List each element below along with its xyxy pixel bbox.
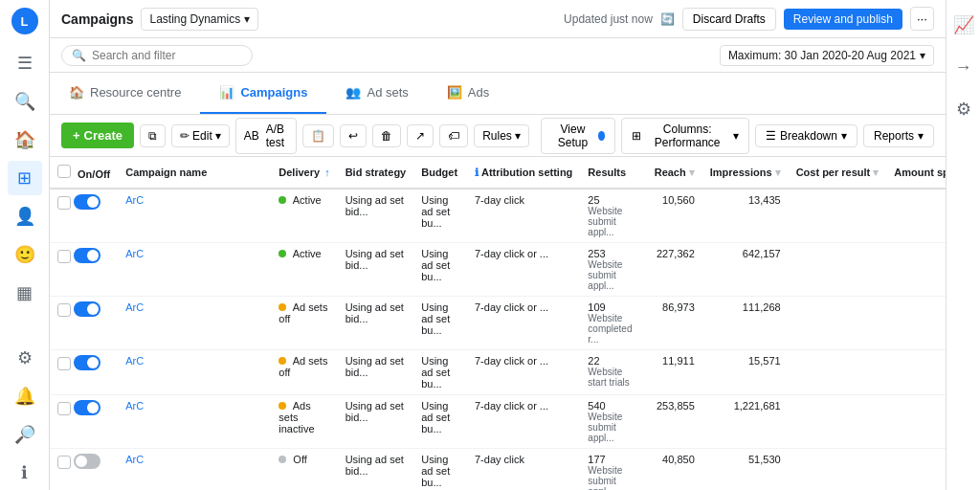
cell-budget: Using ad set bu...: [413, 243, 467, 297]
col-header-impressions[interactable]: Impressions ▾: [702, 157, 789, 189]
col-header-bid[interactable]: Bid strategy: [338, 157, 414, 189]
campaign-name-link[interactable]: ArC: [125, 248, 144, 259]
campaign-toggle[interactable]: [74, 355, 100, 370]
info-icon[interactable]: ℹ: [475, 167, 479, 179]
col-header-results[interactable]: Results: [580, 157, 646, 189]
select-all-checkbox[interactable]: [57, 165, 71, 178]
cell-results: 109 Website completed r...: [580, 297, 646, 350]
copy-button[interactable]: 📋: [302, 124, 334, 147]
review-publish-button[interactable]: Review and publish: [784, 9, 902, 30]
settings-icon[interactable]: ⚙: [8, 341, 42, 375]
cell-reach: 10,560: [647, 189, 702, 243]
campaign-toggle[interactable]: [74, 400, 100, 415]
cell-budget: Using ad set bu...: [413, 350, 467, 395]
cell-bid: Using ad set bid...: [338, 449, 414, 491]
campaign-toggle[interactable]: [74, 301, 100, 317]
right-sidebar: 📈 → ⚙: [946, 0, 980, 490]
campaign-name-link[interactable]: ArC: [125, 400, 144, 412]
cell-name[interactable]: ArC: [118, 350, 271, 395]
create-button[interactable]: + Create: [61, 122, 134, 148]
delete-button[interactable]: 🗑: [372, 124, 401, 147]
breakdown-icon: ☰: [766, 129, 776, 143]
campaign-name-link[interactable]: ArC: [125, 301, 144, 313]
cell-cpr: [789, 297, 887, 350]
export-button[interactable]: ↗: [407, 124, 434, 147]
ab-test-button[interactable]: AB A/B test: [235, 118, 297, 154]
campaign-name-link[interactable]: ArC: [125, 355, 144, 367]
duplicate-button[interactable]: ⧉: [140, 124, 166, 147]
campaign-name-link[interactable]: ArC: [125, 194, 144, 206]
grid-icon[interactable]: ⊞: [8, 161, 42, 195]
col-header-cpr[interactable]: Cost per result ▾: [789, 157, 887, 189]
grid2-icon[interactable]: ▦: [8, 276, 42, 310]
campaign-name-link[interactable]: ArC: [125, 454, 144, 465]
discard-drafts-button[interactable]: Discard Drafts: [682, 8, 776, 31]
col-header-name[interactable]: Campaign name: [118, 157, 271, 189]
view-setup-button[interactable]: View Setup: [541, 118, 616, 154]
refresh-icon[interactable]: 🔄: [660, 12, 675, 26]
col-header-reach[interactable]: Reach ▾: [647, 157, 702, 189]
avatar[interactable]: L: [11, 8, 38, 34]
cell-name[interactable]: ArC: [118, 449, 271, 491]
cell-name[interactable]: ArC: [118, 189, 271, 243]
table-row: ArC Active Using ad set bid... Using ad …: [50, 243, 946, 297]
campaign-toggle[interactable]: [74, 248, 100, 263]
result-label: Website submit appl...: [588, 259, 638, 291]
row-checkbox[interactable]: [57, 357, 71, 370]
reports-button[interactable]: Reports ▾: [863, 124, 934, 147]
search-wrap: 🔍: [61, 45, 253, 66]
nav-tabs: 🏠 Resource centre 📊 Campaigns 👥 Ad sets …: [50, 73, 946, 115]
person-icon[interactable]: 👤: [8, 199, 42, 234]
account-selector[interactable]: Lasting Dynamics ▾: [141, 8, 258, 31]
col-header-attr[interactable]: ℹ Attribution setting: [467, 157, 580, 189]
cell-amount: [886, 189, 946, 243]
columns-button[interactable]: ⊞ Columns: Performance ▾: [621, 118, 748, 154]
smiley-icon[interactable]: 🙂: [8, 237, 42, 272]
search-icon[interactable]: 🔍: [8, 84, 42, 119]
toolbar: + Create ⧉ ✏ Edit ▾ AB A/B test 📋 ↩ 🗑 ↗ …: [50, 115, 946, 157]
cell-toggle: [50, 243, 118, 297]
menu-icon[interactable]: ☰: [8, 46, 42, 80]
tab-resource-centre[interactable]: 🏠 Resource centre: [50, 73, 200, 114]
tab-campaigns[interactable]: 📊 Campaigns: [200, 73, 326, 114]
arrow-icon[interactable]: →: [947, 50, 981, 84]
edit-button[interactable]: ✏ Edit ▾: [171, 124, 230, 147]
more-options-button[interactable]: ···: [910, 7, 934, 31]
settings2-icon[interactable]: ⚙: [947, 92, 981, 126]
cell-name[interactable]: ArC: [118, 395, 271, 449]
cell-name[interactable]: ArC: [118, 297, 271, 350]
campaign-toggle[interactable]: [74, 194, 100, 210]
col-header-delivery[interactable]: Delivery ↑: [271, 157, 337, 189]
cell-delivery: Ad sets off: [271, 297, 337, 350]
undo-button[interactable]: ↩: [340, 124, 367, 147]
rules-button[interactable]: Rules ▾: [474, 124, 529, 147]
ab-icon: AB: [244, 129, 259, 143]
tab-ads[interactable]: 🖼️ Ads: [428, 73, 508, 114]
table-row: ArC Off Using ad set bid... Using ad set…: [50, 449, 946, 491]
row-checkbox[interactable]: [57, 303, 71, 317]
updated-text: Updated just now: [564, 12, 653, 26]
info-icon[interactable]: ℹ: [8, 456, 42, 490]
account-name: Lasting Dynamics: [149, 12, 240, 26]
home-icon[interactable]: 🏠: [8, 122, 42, 157]
chart-icon[interactable]: 📈: [947, 8, 981, 42]
search2-icon[interactable]: 🔎: [8, 417, 42, 452]
search-input[interactable]: [92, 49, 242, 62]
cell-name[interactable]: ArC: [118, 243, 271, 297]
date-range-selector[interactable]: Maximum: 30 Jan 2020-20 Aug 2021 ▾: [720, 45, 934, 66]
row-checkbox[interactable]: [57, 196, 71, 210]
row-checkbox[interactable]: [57, 456, 71, 469]
result-value: 253: [588, 248, 638, 259]
alert-icon[interactable]: 🔔: [8, 379, 42, 413]
col-header-budget[interactable]: Budget: [413, 157, 467, 189]
cell-bid: Using ad set bid...: [338, 395, 414, 449]
cell-delivery: Ad sets off: [271, 350, 337, 395]
tag-button[interactable]: 🏷: [439, 124, 468, 147]
row-checkbox[interactable]: [57, 402, 71, 415]
breakdown-button[interactable]: ☰ Breakdown ▾: [755, 124, 858, 147]
cell-budget: Using ad set bu...: [413, 395, 467, 449]
row-checkbox[interactable]: [57, 250, 71, 263]
tab-ad-sets[interactable]: 👥 Ad sets: [326, 73, 427, 114]
col-header-amount[interactable]: Amount spent ▾: [886, 157, 946, 189]
campaign-toggle[interactable]: [74, 454, 100, 469]
